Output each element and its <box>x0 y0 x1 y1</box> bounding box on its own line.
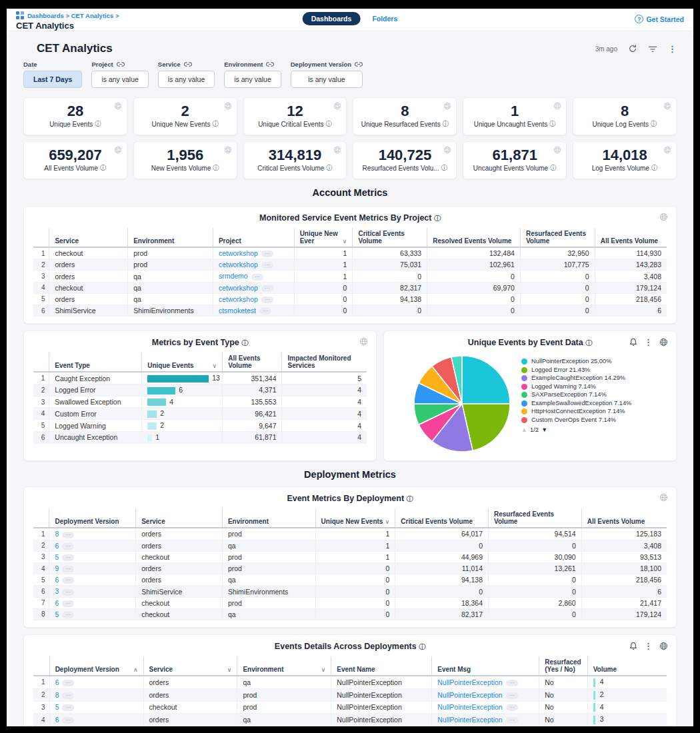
ellipsis-pill[interactable]: ··· <box>261 262 273 269</box>
info-icon[interactable]: ⓘ <box>434 215 441 222</box>
column-header[interactable]: Deployment Version <box>49 508 136 528</box>
tab-folders[interactable]: Folders <box>372 15 397 23</box>
table-row[interactable]: 6Uncaught Exception161,8714 <box>33 431 367 443</box>
column-header[interactable]: Service <box>49 228 128 247</box>
cell-link[interactable]: 9 <box>55 564 59 572</box>
table-row[interactable]: 26···ordersqa1003,408 <box>33 540 667 551</box>
table-row[interactable]: 4Custom Error296,4214 <box>33 408 367 420</box>
table-row[interactable]: 2Logged Error64,3714 <box>33 384 367 396</box>
ellipsis-pill[interactable]: ··· <box>62 717 74 724</box>
bell-icon[interactable] <box>629 338 637 347</box>
ellipsis-pill[interactable]: ··· <box>62 600 74 607</box>
table-row[interactable]: 16···ordersqaNullPointerExceptionNullPoi… <box>33 676 667 688</box>
table-row[interactable]: 1checkoutprodcetworkshop···163,333132,48… <box>33 247 667 259</box>
info-icon[interactable]: ⓘ <box>441 164 448 173</box>
info-icon[interactable]: ⓘ <box>326 120 333 129</box>
column-header[interactable]: Environment <box>128 228 213 247</box>
breadcrumb-text[interactable]: Dashboards > CET Analytics > <box>27 12 119 19</box>
table-row[interactable]: 5Logged Warning29,6474 <box>33 420 367 432</box>
ellipsis-pill[interactable]: ··· <box>62 704 74 711</box>
refresh-button[interactable] <box>628 44 637 53</box>
breadcrumb[interactable]: Dashboards > CET Analytics > <box>16 11 119 19</box>
cell-link[interactable]: 8 <box>55 530 59 538</box>
cell-link[interactable]: 6 <box>55 542 59 550</box>
cell-link[interactable]: ctsmoketest <box>219 307 256 315</box>
cell-link[interactable]: cetworkshop <box>219 284 258 292</box>
ellipsis-pill[interactable]: ··· <box>506 680 518 686</box>
table-row[interactable]: 63···ShimiServiceShimiEnvironments0006 <box>33 586 667 597</box>
ellipsis-pill[interactable]: ··· <box>62 543 74 550</box>
filter-value-button[interactable]: is any value <box>291 71 363 88</box>
info-icon[interactable]: ⓘ <box>443 120 449 129</box>
ellipsis-pill[interactable]: ··· <box>62 566 74 572</box>
cell-link[interactable]: cetworkshop <box>219 249 258 257</box>
column-header[interactable]: Resurfaced (Yes / No) <box>539 656 587 676</box>
filter-value-button[interactable]: is any value <box>224 71 281 88</box>
info-icon[interactable]: ⓘ <box>550 164 557 173</box>
table-row[interactable]: 35···checkoutprodNullPointerExceptionNul… <box>33 701 667 714</box>
column-header[interactable]: All Events Volume <box>223 353 282 372</box>
info-icon[interactable]: ⓘ <box>651 164 658 173</box>
panel-menu-button[interactable]: ⋮ <box>644 641 653 651</box>
column-header[interactable]: Unique Events∨ <box>142 353 223 372</box>
table-row[interactable]: 85···checkoutqa082,3170179,124 <box>33 608 667 620</box>
get-started-link[interactable]: ? Get Started <box>635 15 684 23</box>
table-row[interactable]: 35···checkoutprod144,96930,09093,513 <box>33 551 667 562</box>
info-icon[interactable]: ⓘ <box>419 643 425 650</box>
ellipsis-pill[interactable]: ··· <box>251 274 263 281</box>
table-row[interactable]: 5ordersqacetworkshop···094,13800218,456 <box>33 293 667 305</box>
column-header[interactable]: Impacted Monitored Services <box>282 353 367 372</box>
table-row[interactable]: 49···ordersprod011,01413,26118,100 <box>33 562 667 574</box>
ellipsis-pill[interactable]: ··· <box>62 554 74 561</box>
cell-link[interactable]: NullPointerException <box>437 716 502 724</box>
panel-menu-button[interactable]: ⋮ <box>644 337 653 347</box>
cell-link[interactable]: cetworkshop <box>219 261 258 269</box>
cell-link[interactable]: 6 <box>55 576 59 584</box>
column-header[interactable]: Environment∨ <box>237 656 331 676</box>
dashboard-menu-button[interactable]: ⋮ <box>668 44 677 54</box>
cell-link[interactable]: NullPointerException <box>437 678 502 686</box>
info-icon[interactable]: ⓘ <box>549 120 556 129</box>
legend-next-button[interactable]: ▼ <box>541 426 547 433</box>
ellipsis-pill[interactable]: ··· <box>62 680 74 686</box>
cell-link[interactable]: NullPointerException <box>437 691 502 699</box>
filter-button[interactable] <box>648 45 657 53</box>
column-header[interactable]: Resurfaced Events Volume <box>489 508 582 528</box>
legend-prev-button[interactable]: ▲ <box>521 426 527 433</box>
table-row[interactable]: 76···checkoutprod018,3642,86021,417 <box>33 597 667 608</box>
table-row[interactable]: 28···ordersprodNullPointerExceptionNullP… <box>33 688 667 701</box>
column-header[interactable]: Service <box>136 508 223 528</box>
cell-link[interactable]: 5 <box>55 610 59 618</box>
pie-slice[interactable] <box>462 356 510 404</box>
cell-link[interactable]: 5 <box>55 553 59 561</box>
ellipsis-pill[interactable]: ··· <box>261 251 273 257</box>
info-icon[interactable]: ⓘ <box>100 164 107 173</box>
cell-link[interactable]: 3 <box>55 587 59 595</box>
table-row[interactable]: 18···ordersprod164,01794,514125,183 <box>33 528 667 540</box>
ellipsis-pill[interactable]: ··· <box>62 589 74 596</box>
table-row[interactable]: 3Swallowed Exception4135,5534 <box>33 396 367 408</box>
cell-link[interactable]: 6 <box>55 599 59 607</box>
column-header[interactable]: Event Name <box>331 656 432 676</box>
bell-icon[interactable] <box>629 642 637 650</box>
table-row[interactable]: 1Caught Exception13351,3445 <box>33 372 367 384</box>
ellipsis-pill[interactable]: ··· <box>62 577 74 584</box>
ellipsis-pill[interactable]: ··· <box>62 612 74 618</box>
column-header[interactable]: All Events Volume <box>595 228 667 247</box>
filter-value-button[interactable]: is any value <box>158 71 215 88</box>
table-row[interactable]: 2ordersprodcetworkshop···175,031102,9611… <box>33 259 667 271</box>
ellipsis-pill[interactable]: ··· <box>62 532 74 538</box>
table-row[interactable]: 3ordersqasrmdemo···10003,408 <box>33 271 667 282</box>
filter-value-button[interactable]: is any value <box>91 71 148 88</box>
ellipsis-pill[interactable]: ··· <box>62 692 74 699</box>
column-header[interactable]: Resurfaced Events Volume <box>520 228 595 247</box>
tab-dashboards[interactable]: Dashboards <box>303 12 361 25</box>
cell-link[interactable]: 6 <box>55 678 59 686</box>
column-header[interactable]: Environment <box>222 508 315 528</box>
column-header[interactable]: Critical Events Volume <box>353 228 427 247</box>
info-icon[interactable]: ⓘ <box>212 120 219 129</box>
cell-link[interactable]: NullPointerException <box>437 703 502 711</box>
filter-value-button[interactable]: Last 7 Days <box>23 71 82 88</box>
column-header[interactable]: Unique New Events∨ <box>315 508 395 528</box>
column-header[interactable]: All Events Volume <box>581 508 667 528</box>
